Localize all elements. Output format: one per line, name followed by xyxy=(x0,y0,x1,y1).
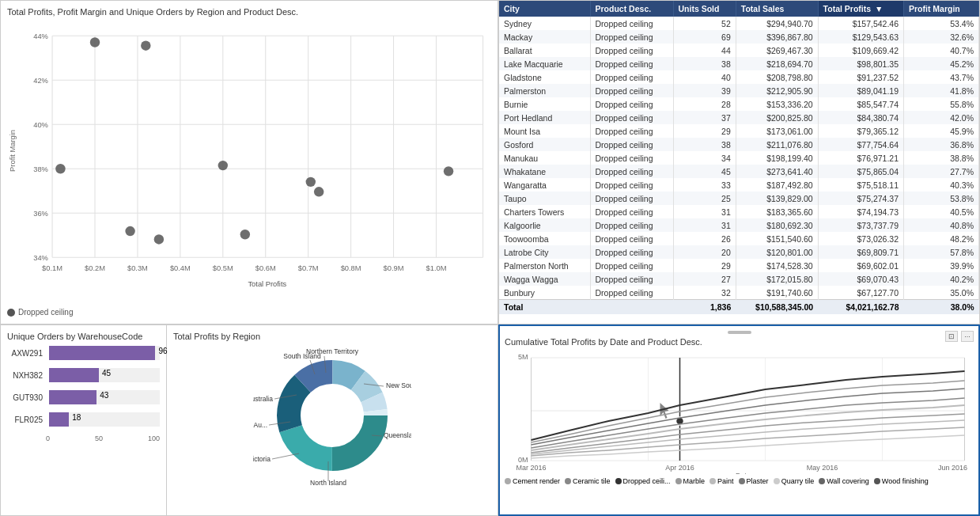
table-cell: 69 xyxy=(673,30,736,44)
legend-dot-dropped-ceiling xyxy=(7,309,15,317)
col-sales[interactable]: Total Sales xyxy=(736,1,818,17)
legend-dot-plaster xyxy=(739,478,745,484)
svg-text:$0.1M: $0.1M xyxy=(42,264,62,272)
svg-text:40%: 40% xyxy=(33,121,48,129)
table-row: KalgoorlieDropped ceiling31$180,692.30$7… xyxy=(499,218,979,232)
table-cell: $84,380.74 xyxy=(818,111,903,124)
table-row: Port HedlandDropped ceiling37$200,825.80… xyxy=(499,111,979,124)
table-row: GosfordDropped ceiling38$211,076.80$77,7… xyxy=(499,138,979,151)
legend-dot-dropped-ceiling xyxy=(615,478,622,484)
table-row: Charters TowersDropped ceiling31$183,365… xyxy=(499,205,979,218)
table-row: SydneyDropped ceiling52$294,940.70$157,5… xyxy=(499,17,979,30)
table-cell: $198,199.40 xyxy=(736,151,818,165)
svg-text:South Australia: South Australia xyxy=(253,395,273,403)
svg-text:Date: Date xyxy=(736,472,751,474)
table-cell: $91,237.52 xyxy=(818,70,903,84)
table-cell: Taupo xyxy=(499,192,590,205)
svg-point-40 xyxy=(125,226,134,236)
legend-dot-ceramic-tile xyxy=(565,478,571,484)
table-cell: $79,365.12 xyxy=(818,124,903,138)
table-cell: 53.4% xyxy=(904,17,979,30)
svg-point-35 xyxy=(90,37,100,47)
table-cell: Dropped ceiling xyxy=(590,97,673,111)
table-cell: $269,467.30 xyxy=(736,44,818,57)
table-cell: Dropped ceiling xyxy=(590,124,673,138)
svg-text:0M: 0M xyxy=(518,456,528,464)
table-cell: 40.8% xyxy=(904,218,979,232)
donut-chart: New South Wales Queensland North Island … xyxy=(173,344,491,487)
more-options-button[interactable]: ··· xyxy=(961,331,974,342)
bar-axis-50: 50 xyxy=(95,434,103,442)
footer-units: 1,836 xyxy=(673,300,736,315)
col-units[interactable]: Units Sold xyxy=(673,1,736,17)
svg-text:Profit Margin: Profit Margin xyxy=(9,130,17,172)
bar-fill-nxh382 xyxy=(49,368,99,382)
table-scroll[interactable]: City Product Desc. Units Sold Total Sale… xyxy=(499,1,979,324)
table-cell: $77,754.64 xyxy=(818,138,903,151)
table-cell: Lake Macquarie xyxy=(499,57,590,70)
col-margin[interactable]: Profit Margin xyxy=(904,1,979,17)
table-cell: 39.9% xyxy=(904,259,979,272)
table-cell: Port Hedland xyxy=(499,111,590,124)
scatter-svg: 34% 36% 38% 40% 42% 44% Profit Margin $0… xyxy=(7,20,491,306)
table-cell: 57.8% xyxy=(904,245,979,259)
col-city[interactable]: City xyxy=(499,1,590,17)
table-cell: 26 xyxy=(673,232,736,245)
svg-point-38 xyxy=(218,161,228,170)
table-cell: $218,694.70 xyxy=(736,57,818,70)
table-cell: Dropped ceiling xyxy=(590,245,673,259)
footer-product xyxy=(590,300,673,315)
legend-ceramic-tile: Ceramic tile xyxy=(565,477,611,485)
table-panel: City Product Desc. Units Sold Total Sale… xyxy=(498,0,980,324)
svg-text:$0.9M: $0.9M xyxy=(384,264,404,272)
table-cell: $69,070.43 xyxy=(818,272,903,286)
svg-text:New South Wales: New South Wales xyxy=(386,381,411,389)
table-cell: $76,971.21 xyxy=(818,151,903,165)
table-cell: $212,905.90 xyxy=(736,84,818,97)
table-cell: Dropped ceiling xyxy=(590,205,673,218)
bar-fill-gut930 xyxy=(49,390,96,404)
table-cell: 32 xyxy=(673,286,736,300)
col-profits[interactable]: Total Profits ▼ xyxy=(818,1,903,17)
col-product[interactable]: Product Desc. xyxy=(590,1,673,17)
table-cell: Wagga Wagga xyxy=(499,272,590,286)
svg-text:Apr 2016: Apr 2016 xyxy=(665,464,694,472)
line-chart-legend: Cement render Ceramic tile Dropped ceili… xyxy=(505,477,974,485)
drag-handle[interactable] xyxy=(728,331,751,334)
legend-dot-wall-covering xyxy=(819,478,825,484)
footer-profits: $4,021,162.78 xyxy=(818,300,903,315)
table-cell: 42.0% xyxy=(904,111,979,124)
table-cell: 40.7% xyxy=(904,44,979,57)
table-cell: Latrobe City xyxy=(499,245,590,259)
bar-value-axw291: 96 xyxy=(158,347,167,355)
footer-margin: 38.0% xyxy=(904,300,979,315)
bar-chart-title: Unique Orders by WarehouseCode xyxy=(7,332,160,341)
table-footer-row: Total 1,836 $10,588,345.00 $4,021,162.78… xyxy=(499,300,979,315)
svg-text:$0.2M: $0.2M xyxy=(85,264,105,272)
legend-dot-marble xyxy=(675,478,682,484)
svg-text:36%: 36% xyxy=(33,210,48,218)
table-cell: 43.7% xyxy=(904,70,979,84)
bar-chart-panel: Unique Orders by WarehouseCode AXW291 96… xyxy=(1,325,167,515)
legend-paint: Paint xyxy=(709,477,734,485)
legend-wall-covering: Wall covering xyxy=(819,477,869,485)
scatter-legend: Dropped ceiling xyxy=(7,308,491,317)
table-row: ToowoombaDropped ceiling26$151,540.60$73… xyxy=(499,232,979,245)
bar-row-axw291: AXW291 96 xyxy=(7,346,160,360)
table-cell: $89,041.19 xyxy=(818,84,903,97)
legend-wood-finishing: Wood finishing xyxy=(874,477,929,485)
svg-text:May 2016: May 2016 xyxy=(807,464,838,472)
table-cell: Dropped ceiling xyxy=(590,165,673,178)
maximize-button[interactable]: ⊡ xyxy=(945,331,958,342)
bar-track-axw291: 96 xyxy=(49,346,160,360)
table-cell: Mackay xyxy=(499,30,590,44)
dashboard: Total Profits, Profit Margin and Unique … xyxy=(0,0,980,516)
table-cell: Burnie xyxy=(499,97,590,111)
table-row: MackayDropped ceiling69$396,867.80$129,5… xyxy=(499,30,979,44)
line-chart-svg: 5M 0M Mar 2016 Apr 2016 May 2 xyxy=(505,351,974,474)
table-cell: 55.8% xyxy=(904,97,979,111)
table-cell: 40.3% xyxy=(904,178,979,192)
table-cell: Dropped ceiling xyxy=(590,44,673,57)
table-cell: 40.2% xyxy=(904,272,979,286)
sort-arrow-profits: ▼ xyxy=(875,4,883,13)
